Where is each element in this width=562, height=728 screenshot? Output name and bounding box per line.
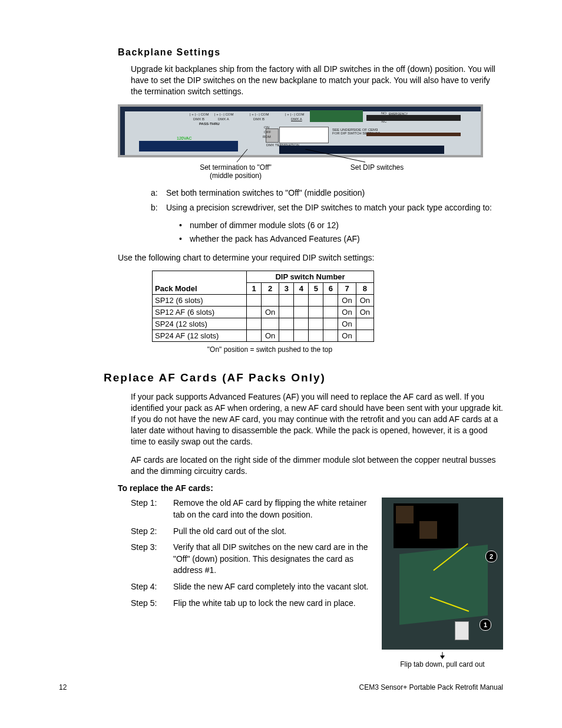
td [247,330,262,342]
td [356,318,373,330]
th-col: 3 [279,283,294,295]
td-model: SP24 AF (12 slots) [153,330,247,342]
leader-label-left: Set termination to "Off" (middle positio… [177,163,295,180]
subheading-replace-af: To replace the AF cards: [118,483,503,493]
th-col: 4 [294,283,309,295]
table-row: SP12 (6 slots) On On [153,295,374,307]
heading-replace-af-cards: Replace AF Cards (AF Packs Only) [104,371,503,384]
td: On [356,307,373,318]
step-label: Step 1: [131,498,173,521]
lbl-120vac: 120VAC [177,136,192,140]
td: On [338,318,356,330]
bullet-dot-icon: • [179,232,190,246]
td [309,330,323,342]
callout-badge-2: 2 [485,551,497,562]
alpha-item-a: a: Set both termination switches to "Off… [151,187,503,199]
bullet-item: • number of dimmer module slots (6 or 12… [179,219,503,233]
bullet-list: • number of dimmer module slots (6 or 12… [179,219,503,247]
svg-marker-3 [440,655,445,659]
td [309,318,323,330]
lbl-dmxb2: DMX B [253,117,265,121]
step-label: Step 3: [131,542,173,577]
td: On [338,307,356,318]
td [294,318,309,330]
lbl-com4: | + | - | COM [285,113,305,116]
td [247,318,262,330]
step-item: Step 4: Slide the new AF card completely… [131,581,373,593]
td [294,307,309,318]
step-label: Step 5: [131,598,173,610]
steps-list: Step 1: Remove the old AF card by flippi… [131,498,373,614]
page-footer: 12 CEM3 Sensor+ Portable Pack Retrofit M… [59,683,503,691]
table-caption: "On" position = switch pushed to the top [152,345,388,354]
td [323,307,338,318]
af-paragraph-1: If your pack supports Advanced Features … [131,391,503,447]
step-text: Verify that all DIP switches on the new … [173,542,373,577]
step-label: Step 4: [131,581,173,593]
td [323,318,338,330]
td-model: SP12 AF (6 slots) [153,307,247,318]
step-text: Slide the new AF card completely into th… [173,581,369,593]
lbl-com1: | + | - | COM [190,113,209,116]
af-paragraph-2: AF cards are located on the right side o… [131,454,503,477]
leader-left-line2: (middle position) [210,172,262,180]
lbl-off: OFF [264,130,271,134]
th-col: 5 [309,283,323,295]
td [356,330,373,342]
dip-graphic [279,127,329,143]
bullet-text: whether the pack has Advanced Features (… [190,232,360,246]
svg-line-1 [305,149,365,162]
manual-title: CEM3 Sensor+ Portable Pack Retrofit Manu… [359,683,503,691]
callout-badge-1: 1 [480,619,491,631]
alpha-marker: b: [151,202,166,214]
step-label: Step 2: [131,526,173,538]
table-row: SP24 (12 slots) On [153,318,374,330]
alpha-item-b: b: Using a precision screwdriver, set th… [151,202,503,214]
td-model: SP12 (6 slots) [153,295,247,307]
step-item: Step 2: Pull the old card out of the slo… [131,526,373,538]
td [309,295,323,307]
td [309,307,323,318]
step-item: Step 3: Verify that all DIP switches on … [131,542,373,577]
lbl-dmxa1: DMX A [218,117,229,121]
dip-table: Pack Model DIP switch Number 1 2 3 4 5 6… [152,271,503,354]
af-figure-caption: Flip tab down, pull card out [382,652,503,668]
lbl-dmxa2: DMX A [291,117,302,121]
step-item: Step 1: Remove the old AF card by flippi… [131,498,373,521]
lbl-no: NO [381,111,386,115]
leader-left-line1: Set termination to "Off" [200,163,272,172]
step-text: Remove the old AF card by flipping the w… [173,498,373,521]
arrow-down-icon [431,652,454,659]
alpha-marker: a: [151,187,166,199]
table-row: SP12 AF (6 slots) On On On [153,307,374,318]
svg-line-0 [237,149,247,162]
figure-af-card: 1 2 Flip tab down, pull card out [382,498,503,668]
td [279,295,294,307]
lbl-dmxb1: DMX B [193,117,204,121]
th-col: 1 [247,283,262,295]
lbl-rdm: RDM [263,135,271,139]
intro-paragraph: Upgrade kit backplanes ship from the fac… [131,64,503,97]
td: On [338,330,356,342]
th-col: 2 [262,283,279,295]
af-caption-text: Flip tab down, pull card out [400,660,484,668]
table-row: SP24 AF (12 slots) On On [153,330,374,342]
td: On [262,330,279,342]
lbl-com2: | + | - | COM [214,113,234,116]
lbl-com3: | + | - | COM [250,113,269,116]
th-col: 6 [323,283,338,295]
page-number: 12 [59,683,67,691]
td [294,330,309,342]
bullet-text: number of dimmer module slots (6 or 12) [190,219,339,233]
step-text: Flip the white tab up to lock the new ca… [173,598,356,610]
td: On [262,307,279,318]
step-item: Step 5: Flip the white tab up to lock th… [131,598,373,610]
lbl-passthru: PASS-THRU [199,122,220,126]
th-pack-model: Pack Model [153,271,247,295]
step-text: Pull the old card out of the slot. [173,526,286,538]
td [279,318,294,330]
th-col: 8 [356,283,373,295]
lbl-emerg: EMERGENCY CONTACT [389,113,412,118]
td [247,295,262,307]
lbl-nc: NC [381,120,386,123]
